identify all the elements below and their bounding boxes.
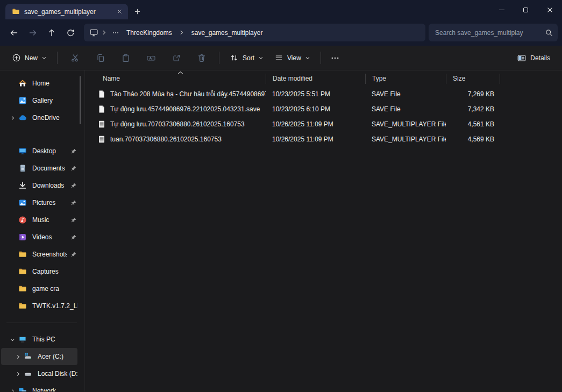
pin-icon [69, 216, 77, 224]
minimize-icon [499, 10, 504, 10]
file-name: Tự động lưu.707037306880.26102025.160753 [110, 120, 245, 128]
file-name-cell: Tự động lưu.707037306880.26102025.160753 [85, 120, 266, 129]
sidebar-item-desktop[interactable]: Desktop [1, 142, 77, 160]
chevron-right-icon[interactable] [5, 109, 18, 126]
close-button[interactable] [538, 0, 562, 19]
new-tab-button[interactable] [128, 4, 146, 19]
maximize-icon [523, 8, 528, 12]
sidebar-item-network[interactable]: Network [1, 382, 77, 391]
share-button[interactable] [166, 49, 187, 67]
chevron-right-icon [98, 28, 109, 37]
this-pc-icon [89, 28, 98, 37]
tab-close-icon[interactable] [114, 6, 125, 17]
explorer-tab[interactable]: save_games_multiplayer [5, 4, 128, 19]
sidebar-divider [0, 315, 84, 331]
chevron-right-icon[interactable] [5, 382, 18, 391]
up-button[interactable] [42, 24, 61, 42]
chevron-slot [5, 194, 18, 211]
close-icon [547, 7, 553, 13]
file-date-modified: 10/23/2025 5:51 PM [266, 90, 365, 98]
sidebar-spacer [0, 126, 84, 142]
sidebar-item-captures[interactable]: Captures [1, 263, 77, 280]
more-options-button[interactable] [326, 49, 344, 67]
details-pane-button[interactable]: Details [511, 49, 556, 67]
pin-icon [69, 165, 77, 173]
column-header-size[interactable]: Size [446, 74, 500, 84]
chevron-slot [5, 229, 18, 246]
sidebar-item-label: Acer (C:) [38, 353, 77, 360]
chevron-slot [5, 280, 18, 297]
sort-icon [230, 53, 239, 62]
copy-button[interactable] [90, 49, 111, 67]
chevron-down-icon[interactable] [5, 331, 18, 348]
sidebar-item-label: Videos [32, 233, 67, 241]
new-button[interactable]: New [6, 49, 52, 67]
view-button[interactable]: View [269, 49, 316, 67]
drive-icon [24, 369, 32, 378]
chevron-slot [5, 160, 18, 177]
main-area: HomeGalleryOneDriveDesktopDocumentsDownl… [0, 70, 562, 391]
breadcrumb-threekingdoms[interactable]: ThreeKingdoms [122, 27, 176, 38]
sidebar-item-music[interactable]: Music [1, 211, 77, 229]
forward-button[interactable] [23, 24, 42, 42]
column-header-name[interactable]: Name [85, 74, 266, 84]
sidebar-item-home[interactable]: Home [1, 75, 77, 92]
file-row[interactable]: Tự động lưu.457449086976.22102025.043231… [85, 102, 562, 117]
chevron-right-icon[interactable] [11, 365, 24, 382]
details-button-label: Details [530, 54, 550, 62]
sort-button[interactable]: Sort [224, 49, 269, 67]
sidebar-item-downloads[interactable]: Downloads [1, 177, 77, 194]
paste-button[interactable] [115, 49, 136, 67]
sidebar-item-twtk-v1-7-2-lir[interactable]: TWTK.v1.7.2_Lir [1, 297, 77, 315]
refresh-button[interactable] [61, 24, 80, 42]
sidebar-item-label: Music [32, 216, 67, 224]
sidebar-item-label: Documents [32, 165, 67, 172]
search-box[interactable]: Search save_games_multiplay [429, 24, 558, 41]
file-row[interactable]: Tào Tháo 208 Mùa hạ - Chư hầu trỗi dậy.4… [85, 87, 562, 102]
rename-button[interactable] [140, 49, 161, 67]
tab-title: save_games_multiplayer [24, 8, 110, 16]
chevron-slot [5, 263, 18, 280]
sidebar: HomeGalleryOneDriveDesktopDocumentsDownl… [0, 70, 84, 391]
sidebar-item-gallery[interactable]: Gallery [1, 92, 77, 109]
file-row[interactable]: Tự động lưu.707037306880.26102025.160753… [85, 117, 562, 132]
sidebar-item-local-disk-d[interactable]: Local Disk (D:) [1, 365, 77, 382]
file-type: SAVE_MULTIPLAYER File [365, 120, 446, 128]
this-pc-icon [18, 335, 27, 344]
back-button[interactable] [4, 24, 23, 42]
breadcrumb-save-games-multiplayer[interactable]: save_games_multiplayer [187, 27, 267, 38]
folder-icon [18, 250, 27, 259]
breadcrumb-overflow-button[interactable] [109, 27, 122, 38]
file-name-cell: Tự động lưu.457449086976.22102025.043231… [85, 105, 266, 113]
sidebar-item-screenshots[interactable]: Screenshots [1, 246, 77, 263]
file-date-modified: 10/23/2025 6:10 PM [266, 105, 365, 113]
sidebar-item-acer-c[interactable]: Acer (C:) [1, 348, 77, 365]
chevron-right-icon[interactable] [11, 348, 24, 365]
sidebar-item-onedrive[interactable]: OneDrive [1, 109, 77, 126]
cut-button[interactable] [65, 49, 86, 67]
chevron-down-icon [258, 55, 264, 61]
sidebar-item-pictures[interactable]: Pictures [1, 194, 77, 211]
titlebar: save_games_multiplayer [0, 0, 562, 19]
file-name: Tào Tháo 208 Mùa hạ - Chư hầu trỗi dậy.4… [110, 90, 266, 98]
folder-icon [12, 8, 20, 16]
network-icon [18, 387, 27, 391]
delete-button[interactable] [191, 49, 212, 67]
file-row[interactable]: tuan.707037306880.26102025.16075310/26/2… [85, 132, 562, 147]
sidebar-item-game-cra[interactable]: game cra [1, 280, 77, 297]
sidebar-scrollbar[interactable] [80, 76, 81, 124]
chevron-slot [5, 92, 18, 109]
sidebar-item-documents[interactable]: Documents [1, 160, 77, 177]
column-header-date-modified[interactable]: Date modified [266, 74, 365, 84]
sidebar-item-videos[interactable]: Videos [1, 229, 77, 246]
command-toolbar: New Sort View Details [0, 46, 562, 70]
address-bar[interactable]: ThreeKingdoms save_games_multiplayer [84, 24, 425, 41]
maximize-button[interactable] [514, 0, 538, 19]
details-pane-icon [517, 53, 527, 63]
sidebar-item-this-pc[interactable]: This PC [1, 331, 77, 348]
toolbar-separator [321, 52, 321, 64]
minimize-button[interactable] [489, 0, 514, 19]
column-header-type[interactable]: Type [365, 74, 446, 84]
sidebar-list: HomeGalleryOneDriveDesktopDocumentsDownl… [0, 75, 84, 391]
pin-icon [69, 233, 77, 241]
